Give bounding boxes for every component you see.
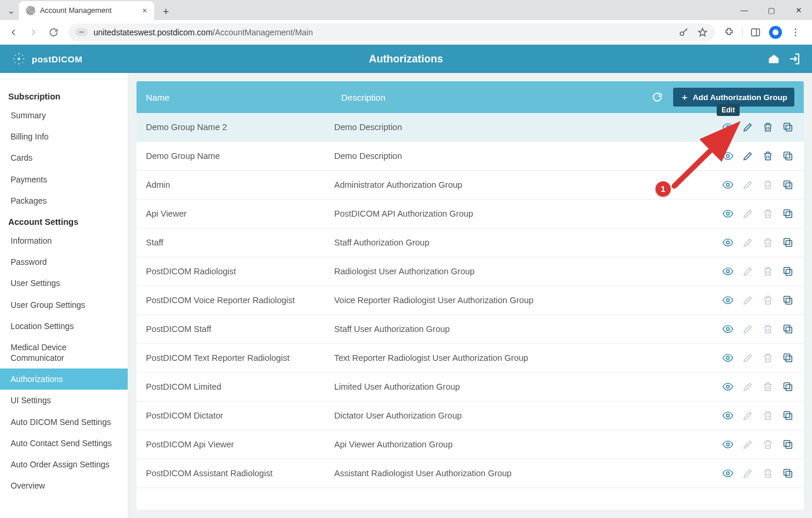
edit-icon[interactable] [741,265,754,278]
view-icon[interactable] [721,178,734,191]
view-icon[interactable] [721,380,734,393]
extensions-icon[interactable] [721,24,737,41]
edit-icon[interactable] [741,438,754,451]
copy-icon[interactable] [781,207,794,220]
edit-icon[interactable] [741,467,754,480]
sidebar-item-medical-device-communicator[interactable]: Medical Device Communicator [0,337,128,368]
tab-close-icon[interactable]: × [142,6,147,15]
sidebar-item-overview[interactable]: Overview [0,475,128,496]
delete-icon[interactable] [761,236,774,249]
sidebar-item-billing-info[interactable]: Billing Info [0,126,128,147]
row-description: Radiologist User Authorization Group [334,267,721,276]
nav-reload[interactable] [45,24,62,41]
column-name[interactable]: Name [146,92,334,102]
delete-icon[interactable] [761,150,774,162]
edit-icon[interactable] [741,121,754,134]
sidebar-item-authorizations[interactable]: Authorizations [0,368,128,390]
view-icon[interactable] [721,265,734,278]
password-key-icon[interactable] [678,27,689,38]
browser-tab[interactable]: Account Management × [19,1,154,20]
column-description[interactable]: Description [341,92,641,102]
svg-point-52 [727,472,730,475]
exit-icon[interactable] [788,52,801,65]
nav-back[interactable] [5,24,22,41]
copy-icon[interactable] [781,121,794,134]
delete-icon[interactable] [761,294,774,307]
bookmark-star-icon[interactable] [697,27,708,38]
copy-icon[interactable] [781,294,794,307]
edit-icon[interactable] [741,351,754,364]
view-icon[interactable] [721,409,734,422]
sidebar-item-payments[interactable]: Payments [0,169,128,190]
edit-icon[interactable] [741,380,754,393]
edit-icon[interactable] [741,178,754,191]
sidebar-item-ui-settings[interactable]: UI Settings [0,390,128,411]
delete-icon[interactable] [761,467,774,480]
browser-menu-icon[interactable] [787,24,804,41]
copy-icon[interactable] [781,438,794,451]
view-icon[interactable] [721,121,734,134]
copy-icon[interactable] [781,150,794,162]
copy-icon[interactable] [781,380,794,393]
delete-icon[interactable] [761,178,774,191]
tabs-dropdown[interactable] [4,5,19,20]
sidebar-item-packages[interactable]: Packages [0,190,128,211]
new-tab-button[interactable]: + [158,4,174,20]
edit-icon[interactable] [741,294,754,307]
view-icon[interactable] [721,351,734,364]
copy-icon[interactable] [781,178,794,191]
sidebar-item-user-settings[interactable]: User Settings [0,273,128,294]
delete-icon[interactable] [761,323,774,336]
address-bar[interactable]: unitedstateswest.postdicom.com/AccountMa… [68,24,715,41]
copy-icon[interactable] [781,467,794,480]
delete-icon[interactable] [761,380,774,393]
delete-icon[interactable] [761,265,774,278]
view-icon[interactable] [721,294,734,307]
sidebar-item-user-group-settings[interactable]: User Group Settings [0,294,128,316]
sidebar-item-password[interactable]: Password [0,251,128,273]
delete-icon[interactable] [761,351,774,364]
site-info-chip[interactable] [75,28,88,36]
add-authorization-group-button[interactable]: ＋ Add Authorization Group Edit [673,88,794,107]
view-icon[interactable] [721,150,734,162]
window-maximize[interactable]: ▢ [758,0,785,20]
view-icon[interactable] [721,467,734,480]
nav-forward[interactable] [25,24,42,41]
sidebar-item-auto-order-assign-settings[interactable]: Auto Order Assign Settings [0,454,128,475]
view-icon[interactable] [721,207,734,220]
window-close[interactable]: ✕ [785,0,812,20]
delete-icon[interactable] [761,438,774,451]
help-icon[interactable] [767,52,780,65]
copy-icon[interactable] [781,351,794,364]
view-icon[interactable] [721,236,734,249]
refresh-button[interactable] [648,88,666,106]
delete-icon[interactable] [761,207,774,220]
table-header: Name Description ＋ Add Authorization Gro… [137,81,804,113]
sidebar-item-summary[interactable]: Summary [0,105,128,126]
view-icon[interactable] [721,438,734,451]
profile-avatar[interactable] [767,24,784,41]
brand[interactable]: postDICOM [11,51,82,67]
row-name: PostDICOM Staff [146,324,334,334]
copy-icon[interactable] [781,409,794,422]
table-row: PostDICOM Assistant RadiologistAssistant… [137,459,804,488]
sidebar-item-location-settings[interactable]: Location Settings [0,316,128,337]
copy-icon[interactable] [781,236,794,249]
row-name: PostDICOM Assistant Radiologist [146,469,334,478]
edit-icon[interactable] [741,409,754,422]
sidebar-item-cards[interactable]: Cards [0,147,128,168]
delete-icon[interactable] [761,121,774,134]
copy-icon[interactable] [781,323,794,336]
window-minimize[interactable]: ― [731,0,758,20]
delete-icon[interactable] [761,409,774,422]
edit-icon[interactable] [741,150,754,162]
edit-icon[interactable] [741,236,754,249]
copy-icon[interactable] [781,265,794,278]
edit-icon[interactable] [741,207,754,220]
view-icon[interactable] [721,323,734,336]
edit-icon[interactable] [741,323,754,336]
sidebar-item-auto-dicom-send-settings[interactable]: Auto DICOM Send Settings [0,411,128,433]
sidebar-item-information[interactable]: Information [0,230,128,251]
sidebar-item-auto-contact-send-settings[interactable]: Auto Contact Send Settings [0,433,128,454]
sidepanel-icon[interactable] [747,24,764,41]
